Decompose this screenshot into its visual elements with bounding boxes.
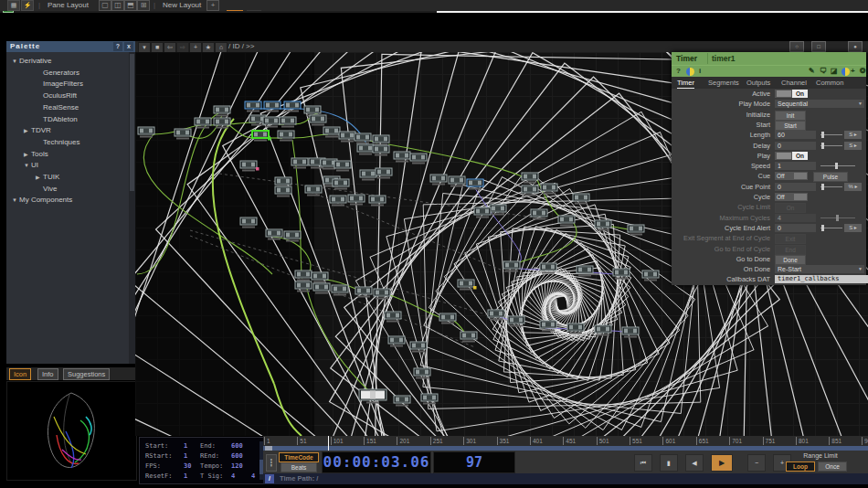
- node[interactable]: [503, 261, 520, 272]
- preview-tab-suggestions[interactable]: Suggestions: [63, 368, 110, 380]
- help-icon[interactable]: ?: [676, 67, 681, 75]
- step-back-button[interactable]: −: [747, 454, 766, 472]
- tree-arrow-icon[interactable]: ▼: [24, 160, 31, 171]
- node[interactable]: [540, 263, 556, 274]
- param-value[interactable]: 0: [775, 183, 816, 191]
- node[interactable]: [295, 281, 312, 292]
- time-path-icon[interactable]: /: [265, 474, 274, 483]
- node[interactable]: [394, 152, 410, 163]
- tree-arrow-icon[interactable]: ▶: [36, 172, 43, 183]
- node-selected[interactable]: [252, 131, 271, 142]
- node[interactable]: [310, 115, 326, 126]
- callbacks-dat-field[interactable]: timer1_callbacks: [775, 275, 868, 283]
- tree-arrow-icon[interactable]: ▶: [24, 149, 31, 160]
- param-slider[interactable]: [820, 145, 842, 146]
- timecode-mode-button[interactable]: TimeCode: [279, 452, 319, 462]
- node[interactable]: [573, 194, 589, 205]
- breadcrumb[interactable]: / ID / >>: [228, 42, 254, 51]
- node[interactable]: [284, 101, 301, 112]
- slider-handle[interactable]: [821, 143, 824, 149]
- node[interactable]: [295, 271, 312, 281]
- node[interactable]: [388, 336, 405, 347]
- language-icon[interactable]: [686, 68, 694, 76]
- node[interactable]: [374, 289, 390, 300]
- frame-display[interactable]: 97: [433, 451, 515, 473]
- node[interactable]: [355, 133, 371, 144]
- node[interactable]: [540, 321, 556, 332]
- unit-button[interactable]: S ▸: [844, 224, 862, 232]
- node[interactable]: [359, 389, 386, 404]
- unit-button[interactable]: S ▸: [844, 131, 862, 139]
- node[interactable]: [421, 394, 438, 405]
- loop-button[interactable]: Loop: [786, 461, 815, 472]
- node[interactable]: [613, 269, 630, 280]
- playhead[interactable]: [328, 436, 329, 451]
- jump-to-start-button[interactable]: ⏮: [634, 454, 652, 472]
- node[interactable]: [474, 207, 491, 218]
- pane-layout-button-0[interactable]: ▢: [99, 0, 111, 11]
- toggle-off[interactable]: Off: [775, 193, 808, 201]
- node[interactable]: [334, 161, 351, 172]
- node[interactable]: [376, 168, 392, 179]
- node[interactable]: [214, 106, 230, 117]
- node[interactable]: [138, 127, 154, 138]
- node[interactable]: [628, 225, 644, 236]
- param-tab-channel[interactable]: Channel: [781, 78, 807, 88]
- slider-handle[interactable]: [836, 215, 839, 221]
- node[interactable]: [488, 310, 504, 321]
- node[interactable]: [291, 158, 308, 169]
- node[interactable]: [642, 271, 659, 281]
- param-slider[interactable]: [820, 186, 842, 187]
- pane-layout-button-1[interactable]: ◫: [111, 0, 124, 11]
- param-slider[interactable]: [820, 134, 842, 135]
- node[interactable]: [195, 118, 211, 129]
- beats-mode-button[interactable]: Beats: [281, 462, 317, 472]
- toggle-on[interactable]: On: [775, 90, 808, 98]
- node[interactable]: [394, 396, 410, 407]
- node[interactable]: [522, 173, 538, 184]
- node[interactable]: [410, 154, 427, 164]
- info-icon[interactable]: i: [699, 67, 701, 75]
- node[interactable]: [508, 316, 524, 327]
- param-value[interactable]: 60: [775, 131, 816, 139]
- unit-button[interactable]: % ▸: [844, 183, 862, 191]
- node[interactable]: [312, 272, 328, 283]
- grid-icon[interactable]: ▦: [7, 0, 20, 11]
- param-window-expand-icon[interactable]: □: [811, 41, 826, 52]
- node[interactable]: [313, 283, 330, 294]
- slider-handle[interactable]: [821, 225, 824, 231]
- node[interactable]: [373, 145, 389, 156]
- param-tab-segments[interactable]: Segments: [708, 78, 739, 88]
- node[interactable]: [369, 196, 386, 207]
- node[interactable]: [275, 186, 291, 197]
- palette-item-derivative[interactable]: ▼Derivative: [6, 56, 132, 67]
- node[interactable]: [263, 117, 280, 128]
- param-value[interactable]: 0: [775, 224, 816, 232]
- node[interactable]: [385, 312, 401, 323]
- palette-item-tools[interactable]: ▶Tools: [6, 149, 144, 160]
- add-parameter-icon[interactable]: +: [851, 67, 855, 75]
- palette-close-button[interactable]: x: [124, 42, 133, 51]
- parameter-header[interactable]: Timer timer1: [672, 52, 866, 65]
- preview-tab-icon[interactable]: Icon: [9, 368, 31, 380]
- param-slider[interactable]: [820, 217, 855, 218]
- node[interactable]: [541, 184, 557, 195]
- node[interactable]: [595, 220, 611, 231]
- node[interactable]: [531, 209, 547, 220]
- node[interactable]: [567, 324, 584, 334]
- node[interactable]: [175, 129, 191, 140]
- slider-handle[interactable]: [821, 184, 824, 190]
- palette-header[interactable]: Palette ? x: [6, 41, 135, 52]
- node[interactable]: [333, 179, 349, 190]
- node[interactable]: [278, 131, 294, 142]
- param-slider[interactable]: [820, 228, 842, 228]
- play-button[interactable]: ▶: [711, 454, 733, 472]
- pane-layout-button-3[interactable]: ⊞: [137, 0, 150, 11]
- preview-tab-info[interactable]: Info: [37, 368, 58, 380]
- slider-handle[interactable]: [835, 163, 838, 169]
- python-toggle-icon[interactable]: [842, 68, 850, 76]
- node[interactable]: [490, 205, 506, 216]
- tree-arrow-icon[interactable]: ▼: [12, 56, 19, 67]
- param-window-float-icon[interactable]: ○: [789, 41, 804, 52]
- node[interactable]: [245, 101, 261, 112]
